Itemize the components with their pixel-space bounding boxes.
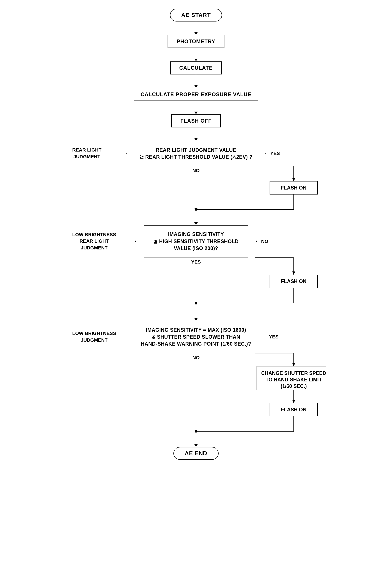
svg-marker-20 xyxy=(292,363,295,366)
svg-marker-11 xyxy=(292,272,295,275)
svg-marker-2 xyxy=(292,178,295,181)
calculate-node: CALCULATE xyxy=(170,62,222,74)
svg-marker-26 xyxy=(292,400,295,403)
flash-off-node: FLASH OFF xyxy=(171,114,221,128)
svg-text:TO HAND-SHAKE LIMIT: TO HAND-SHAKE LIMIT xyxy=(266,377,322,382)
low-brightness-rear-label: LOW BRIGHTNESSREAR LIGHTJUDGMENT xyxy=(72,231,116,251)
calculate-proper-node: CALCULATE PROPER EXPOSURE VALUE xyxy=(134,88,258,101)
flowchart: AE START PHOTOMETRY CALCULATE CALCULATE … xyxy=(66,9,326,460)
low-brightness-label: LOW BRIGHTNESSJUDGMENT xyxy=(72,330,116,344)
rear-light-label: REAR LIGHTJUDGMENT xyxy=(72,147,101,160)
rear-light-decision-node: REAR LIGHT JUDGMENT VALUE≧ REAR LIGHT TH… xyxy=(126,141,266,166)
svg-text:(1/60 SEC.): (1/60 SEC.) xyxy=(281,383,307,389)
photometry-node: PHOTOMETRY xyxy=(168,35,224,48)
imaging-no-label: NO xyxy=(259,238,268,244)
svg-text:FLASH ON: FLASH ON xyxy=(281,185,306,190)
low-brightness-decision-node: IMAGING SENSITIVITY = MAX (ISO 1600)& SH… xyxy=(128,321,264,353)
svg-text:CHANGE SHUTTER SPEED: CHANGE SHUTTER SPEED xyxy=(261,370,326,376)
ae-end-node: AE END xyxy=(174,447,218,460)
svg-text:FLASH ON: FLASH ON xyxy=(281,407,306,412)
ae-start-node: AE START xyxy=(170,9,222,22)
svg-text:FLASH ON: FLASH ON xyxy=(281,278,306,284)
rear-light-yes-label: YES xyxy=(268,151,280,156)
imaging-sensitivity-decision-node: IMAGING SENSITIVITY≦ HIGH SENSITIVITY TH… xyxy=(135,225,257,258)
low-brightness-yes-label: YES xyxy=(267,334,278,340)
